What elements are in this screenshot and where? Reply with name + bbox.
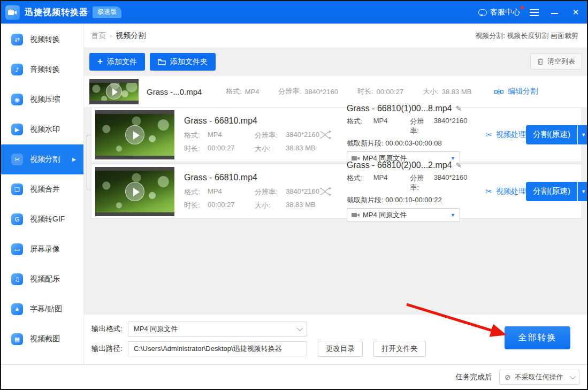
after-task-label: 任务完成后 (456, 372, 492, 382)
customer-service-button[interactable]: 客服中心 (478, 7, 520, 17)
clip-label: 截取新片段: (347, 196, 384, 204)
play-icon[interactable] (125, 125, 144, 144)
video-process-label: 视频处理 (496, 187, 526, 196)
change-directory-button[interactable]: 更改目录 (318, 341, 363, 357)
output-path-label: 输出路径: (91, 344, 128, 354)
video-watermark-icon: ▶ (11, 124, 23, 135)
minimize-button[interactable] (548, 8, 560, 17)
clear-list-button[interactable]: 清空列表 (530, 53, 582, 70)
format-value: MP4 (208, 131, 255, 140)
chevron-right-icon: ▶ (72, 157, 76, 162)
play-icon[interactable] (106, 83, 122, 100)
after-task-select[interactable]: ⊘ 不采取任何操作 (499, 370, 579, 385)
resolution-label: 分辨率: (410, 117, 429, 136)
sidebar-item-video-split[interactable]: ✂ 视频分割 ▶ (1, 144, 83, 174)
sidebar-item-video-watermark[interactable]: ▶ 视频水印 (1, 114, 83, 144)
scissors-icon: ✂ (486, 187, 493, 196)
add-file-button[interactable]: + 添加文件 (89, 53, 145, 71)
split-options-dropdown[interactable]: ▼ (578, 125, 587, 144)
rename-icon[interactable]: ✎ (456, 161, 462, 170)
segment-thumbnail[interactable] (95, 167, 174, 216)
sidebar-item-label: 视频转换 (30, 35, 60, 44)
sidebar-item-video-music[interactable]: ♫ 视频配乐 (1, 264, 83, 294)
menu-icon[interactable] (530, 9, 539, 16)
sidebar-item-audio-convert[interactable]: ♪ 音频转换 (1, 55, 83, 85)
source-thumbnail[interactable] (89, 79, 139, 104)
format-label: 格式: (347, 117, 373, 136)
clip-range: 00:00:10-00:00:22 (385, 196, 442, 204)
shuffle-icon (319, 129, 332, 140)
subtitle-sticker-icon: ★ (11, 303, 23, 315)
format-value: MP4 (245, 88, 259, 96)
output-format-select[interactable]: MP4 同原文件 ▼ (347, 208, 460, 222)
video-camera-icon (8, 9, 17, 16)
global-format-value: MP4 同原文件 (134, 324, 178, 334)
sidebar-item-video-screenshot[interactable]: ▦ 视频截图 (1, 324, 83, 354)
format-label: 格式: (347, 173, 373, 193)
video-process-link[interactable]: ✂ 视频处理 (486, 187, 526, 196)
format-select-value: MP4 同原文件 (363, 210, 407, 220)
resolution-label: 分辨率: (410, 173, 429, 193)
play-icon[interactable] (125, 182, 144, 201)
sidebar: ⇄ 视频转换 ♪ 音频转换 ◉ 视频压缩 ▶ 视频水印 ✂ 视频分割 ▶ ❏ 视… (1, 24, 84, 364)
sidebar-item-label: 视频分割 (30, 155, 60, 164)
add-folder-button[interactable]: 添加文件夹 (150, 53, 216, 71)
segment-output-info: Grass - 66810(2)00...2.mp4 ✎ 格式: MP4 分辨率… (347, 160, 468, 222)
sidebar-item-video-to-gif[interactable]: G 视频转GIF (1, 204, 83, 234)
toolbar: + 添加文件 添加文件夹 清空列表 (84, 48, 587, 75)
breadcrumb-home[interactable]: 首页 (91, 31, 106, 41)
size-value: 38.83 MB (442, 88, 472, 96)
notification-dot (521, 6, 524, 9)
resolution-label: 分辨率: (255, 187, 286, 197)
segment-thumbnail[interactable] (95, 110, 174, 159)
size-value: 38.83 MB (286, 144, 319, 154)
customer-service-label: 客服中心 (490, 7, 520, 17)
resolution-label: 分辨率: (278, 87, 301, 96)
edit-split-link[interactable]: 编辑分割 (494, 87, 538, 96)
sidebar-item-label: 视频截图 (30, 334, 60, 344)
close-button[interactable]: ✕ (570, 7, 582, 17)
video-convert-icon: ⇄ (11, 34, 23, 45)
format-value: MP4 (373, 173, 410, 193)
split-options-dropdown[interactable]: ▼ (578, 182, 587, 201)
sidebar-item-label: 音频转换 (30, 65, 60, 74)
no-action-icon: ⊘ (505, 373, 511, 381)
video-process-link[interactable]: ✂ 视频处理 (486, 130, 526, 140)
size-label: 大小: (423, 87, 439, 96)
resolution-value: 3840*2160 (434, 173, 468, 193)
main-area: 首页 › 视频分割 视频分割: 视频长度切割 画面裁剪 + 添加文件 添加文件夹 (84, 24, 587, 364)
breadcrumb-separator: › (110, 32, 112, 40)
resolution-value: 3840*2160 (286, 187, 319, 197)
format-label: 格式: (226, 87, 242, 96)
segment-source-info: Grass - 66810.mp4 格式: MP4 分辨率: 3840*2160… (184, 116, 317, 154)
source-file-name: Grass -...0.mp4 (147, 87, 226, 96)
video-music-icon: ♫ (11, 273, 23, 285)
screen-record-icon: ▭ (11, 243, 23, 255)
output-path-input[interactable] (128, 341, 307, 356)
convert-all-button[interactable]: 全部转换 (505, 326, 570, 349)
duration-label: 时长: (357, 87, 373, 96)
duration-value: 00:00:27 (377, 88, 404, 96)
app-title: 迅捷视频转换器 (25, 7, 88, 18)
sidebar-item-video-convert[interactable]: ⇄ 视频转换 (1, 25, 83, 55)
output-format-label: 输出格式: (91, 324, 128, 334)
sidebar-item-video-compress[interactable]: ◉ 视频压缩 (1, 85, 83, 114)
split-convert-button[interactable]: 分割(原速) (526, 182, 577, 201)
chat-bubble-icon (478, 9, 487, 16)
add-folder-label: 添加文件夹 (170, 57, 208, 67)
rename-icon[interactable]: ✎ (456, 104, 462, 113)
status-bar: 任务完成后 ⊘ 不采取任何操作 (1, 364, 587, 389)
clip-range: 00:00:03-00:00:08 (385, 139, 442, 147)
trash-icon (537, 58, 544, 65)
sidebar-item-video-merge[interactable]: ❏ 视频合并 (1, 174, 83, 204)
split-convert-button[interactable]: 分割(原速) (526, 125, 577, 144)
format-value: MP4 (208, 187, 255, 197)
sidebar-item-label: 屏幕录像 (30, 244, 60, 254)
open-folder-button[interactable]: 打开文件夹 (373, 341, 426, 357)
edition-badge: 极速版 (93, 6, 121, 18)
sidebar-item-subtitle-sticker[interactable]: ★ 字幕/贴图 (1, 294, 83, 324)
global-format-select[interactable]: MP4 同原文件 (128, 322, 307, 337)
sidebar-item-screen-record[interactable]: ▭ 屏幕录像 (1, 234, 83, 264)
duration-value: 00:00:27 (208, 144, 255, 154)
audio-convert-icon: ♪ (11, 64, 23, 75)
